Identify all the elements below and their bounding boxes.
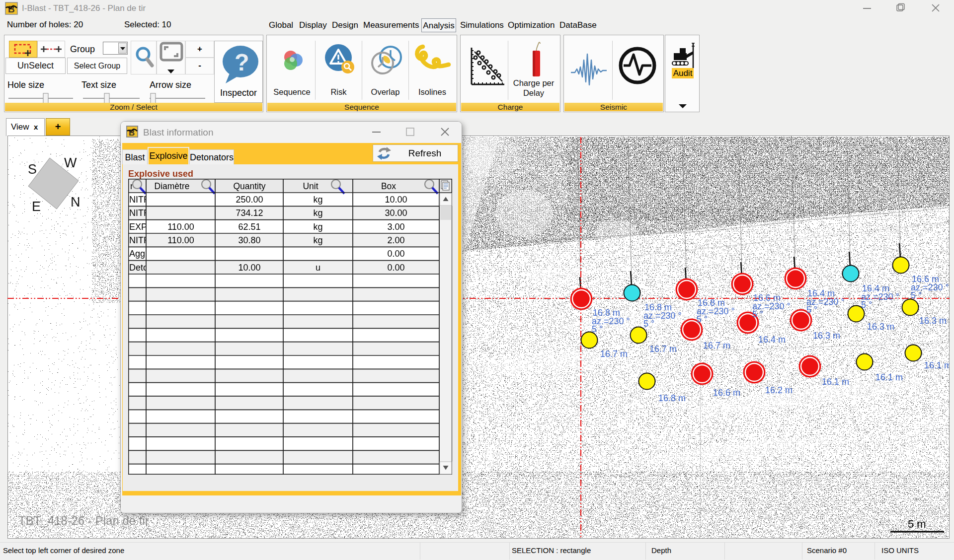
svg-text:0.00: 0.00 bbox=[387, 249, 404, 259]
svg-text:16.2 m: 16.2 m bbox=[765, 385, 793, 395]
svg-text:16.7 m: 16.7 m bbox=[649, 344, 677, 354]
svg-text:16.4 m: 16.4 m bbox=[758, 335, 786, 345]
svg-text:30.00: 30.00 bbox=[385, 208, 407, 218]
svg-text:Box: Box bbox=[381, 181, 396, 191]
svg-text:110.00: 110.00 bbox=[167, 222, 194, 232]
svg-text:2.00: 2.00 bbox=[387, 235, 404, 245]
svg-text:16.3 m: 16.3 m bbox=[867, 322, 894, 332]
svg-text:S: S bbox=[28, 162, 37, 177]
svg-text:16.6 m: 16.6 m bbox=[713, 388, 740, 398]
svg-text:5 m: 5 m bbox=[908, 518, 926, 530]
svg-text:kg: kg bbox=[313, 208, 322, 218]
svg-text:30.80: 30.80 bbox=[238, 235, 260, 245]
svg-text:Diamètre: Diamètre bbox=[155, 181, 190, 191]
svg-text:kg: kg bbox=[313, 235, 322, 245]
svg-text:16.3 m: 16.3 m bbox=[813, 331, 840, 341]
svg-text:16.1 m: 16.1 m bbox=[822, 377, 849, 387]
svg-text:734.12: 734.12 bbox=[236, 208, 263, 218]
svg-text:10.00: 10.00 bbox=[238, 263, 260, 273]
svg-text:E: E bbox=[32, 199, 41, 214]
svg-text:kg: kg bbox=[313, 195, 322, 205]
svg-text:W: W bbox=[64, 155, 77, 170]
svg-text:110.00: 110.00 bbox=[167, 235, 194, 245]
svg-text:TBT_418-26 - Plan de tir: TBT_418-26 - Plan de tir bbox=[18, 514, 149, 527]
svg-text:kg: kg bbox=[313, 222, 322, 232]
svg-text:Unit: Unit bbox=[303, 181, 318, 191]
svg-text:5 °: 5 ° bbox=[643, 319, 654, 329]
svg-text:5 °: 5 ° bbox=[806, 305, 817, 315]
svg-text:16.1 m: 16.1 m bbox=[875, 372, 903, 382]
svg-text:16.3 m: 16.3 m bbox=[919, 316, 947, 326]
svg-text:16.1 m: 16.1 m bbox=[924, 360, 950, 370]
svg-text:0.00: 0.00 bbox=[387, 263, 404, 273]
svg-text:u: u bbox=[316, 263, 320, 273]
svg-text:Quantity: Quantity bbox=[233, 181, 265, 191]
svg-text:5 °: 5 ° bbox=[752, 309, 763, 319]
svg-text:250.00: 250.00 bbox=[236, 195, 263, 205]
svg-text:3.00: 3.00 bbox=[387, 222, 404, 232]
svg-text:N: N bbox=[71, 195, 80, 210]
svg-text:16.7 m: 16.7 m bbox=[703, 341, 730, 350]
svg-text:5 °: 5 ° bbox=[592, 324, 603, 334]
svg-text:16.7 m: 16.7 m bbox=[600, 349, 628, 359]
svg-text:5 °: 5 ° bbox=[861, 300, 872, 310]
svg-text:62.51: 62.51 bbox=[238, 222, 260, 232]
svg-text:?: ? bbox=[235, 49, 249, 75]
svg-text:5 °: 5 ° bbox=[697, 314, 708, 324]
svg-text:16.8 m: 16.8 m bbox=[658, 393, 686, 403]
svg-text:5 °: 5 ° bbox=[911, 290, 922, 300]
svg-text:10.00: 10.00 bbox=[385, 195, 407, 205]
